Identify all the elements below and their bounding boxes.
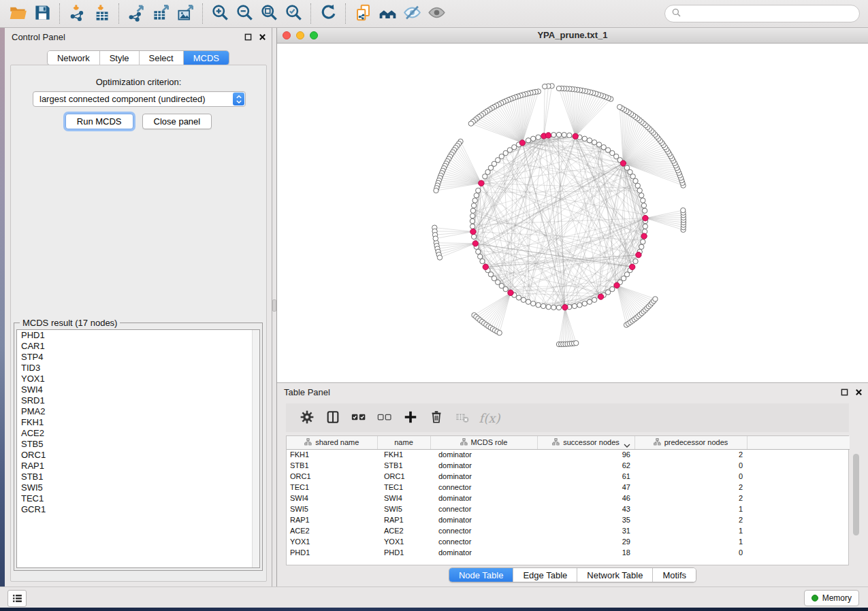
share-document-button[interactable]: [351, 3, 375, 24]
zoom-selected-button[interactable]: [281, 3, 306, 24]
table-cell[interactable]: [747, 536, 850, 547]
dominator-node[interactable]: [562, 305, 568, 310]
column-header-successor-nodes[interactable]: successor nodes: [537, 436, 634, 449]
table-cell[interactable]: connector: [430, 503, 537, 514]
table-cell[interactable]: TEC1: [287, 482, 377, 493]
node[interactable]: [476, 188, 481, 193]
node[interactable]: [635, 183, 640, 188]
table-cell[interactable]: ORC1: [287, 471, 377, 482]
mcds-result-item[interactable]: SRD1: [17, 395, 259, 406]
network-window-titlebar[interactable]: YPA_prune.txt_1: [277, 28, 868, 44]
node[interactable]: [546, 304, 551, 309]
node[interactable]: [478, 254, 483, 259]
node[interactable]: [531, 301, 536, 306]
mcds-result-item[interactable]: RAP1: [17, 461, 259, 472]
table-cell[interactable]: YOX1: [287, 536, 377, 547]
mcds-result-item[interactable]: PMA2: [17, 406, 259, 417]
dominator-node[interactable]: [630, 264, 635, 269]
table-row[interactable]: TEC1TEC1connector472: [287, 482, 850, 493]
table-row[interactable]: FKH1FKH1dominator962: [287, 449, 850, 460]
close-panel-icon[interactable]: [855, 388, 863, 398]
table-cell[interactable]: connector: [430, 536, 537, 547]
mcds-result-item[interactable]: ACE2: [17, 428, 259, 439]
dominator-node[interactable]: [483, 264, 488, 269]
table-row[interactable]: ORC1ORC1dominator610: [287, 471, 850, 482]
mcds-result-item[interactable]: STB1: [17, 472, 259, 482]
node[interactable]: [476, 249, 481, 254]
dominator-node[interactable]: [472, 241, 478, 246]
table-row[interactable]: YOX1YOX1connector291: [287, 536, 850, 547]
column-header-shared-name[interactable]: shared name: [287, 436, 377, 449]
node[interactable]: [483, 174, 487, 179]
node[interactable]: [551, 305, 556, 310]
node[interactable]: [641, 198, 645, 203]
mcds-result-item[interactable]: YOX1: [17, 374, 259, 384]
deselect-all-button[interactable]: [372, 406, 398, 429]
sort-indicator-icon[interactable]: [624, 441, 630, 445]
mcds-result-item[interactable]: TEC1: [17, 493, 259, 504]
node[interactable]: [641, 240, 645, 244]
dominator-node[interactable]: [545, 133, 551, 138]
table-cell[interactable]: 1: [634, 536, 747, 547]
node[interactable]: [556, 86, 561, 90]
table-cell[interactable]: PHD1: [287, 547, 377, 558]
network-canvas[interactable]: [277, 44, 868, 383]
table-row[interactable]: STB1STB1dominator620: [287, 460, 850, 471]
node[interactable]: [474, 193, 479, 198]
zoom-in-button[interactable]: [208, 3, 232, 24]
table-cell[interactable]: FKH1: [377, 449, 430, 460]
table-cell[interactable]: dominator: [430, 460, 537, 471]
table-cell[interactable]: ACE2: [377, 525, 430, 536]
node[interactable]: [497, 331, 502, 335]
node[interactable]: [601, 145, 606, 150]
node[interactable]: [574, 341, 579, 346]
float-panel-icon[interactable]: [244, 33, 252, 43]
mcds-result-item[interactable]: STP4: [17, 352, 259, 363]
node[interactable]: [470, 218, 475, 223]
dominator-node[interactable]: [643, 215, 648, 220]
node[interactable]: [653, 297, 658, 301]
dominator-node[interactable]: [641, 233, 647, 239]
table-cell[interactable]: 1: [634, 503, 747, 514]
import-network-button[interactable]: [65, 3, 89, 24]
mcds-result-item[interactable]: FKH1: [17, 417, 259, 428]
column-header-MCDS-role[interactable]: MCDS role: [430, 436, 537, 449]
node[interactable]: [639, 244, 644, 249]
node[interactable]: [433, 236, 438, 241]
float-panel-icon[interactable]: [841, 388, 848, 398]
minimize-window-traffic-light[interactable]: [296, 31, 304, 39]
node[interactable]: [641, 203, 646, 208]
table-cell[interactable]: 35: [537, 514, 634, 525]
table-cell[interactable]: STB1: [287, 460, 377, 471]
export-network-button[interactable]: [124, 3, 148, 24]
node[interactable]: [526, 299, 530, 304]
column-header-name[interactable]: name: [377, 436, 430, 449]
node[interactable]: [642, 208, 647, 213]
table-cell[interactable]: 2: [634, 514, 747, 525]
table-cell[interactable]: ACE2: [287, 525, 377, 536]
node[interactable]: [617, 105, 622, 110]
tab-mcds[interactable]: MCDS: [184, 51, 229, 65]
table-cell[interactable]: FKH1: [287, 449, 377, 460]
columns-button[interactable]: [320, 406, 346, 429]
dominator-node[interactable]: [636, 252, 641, 257]
table-cell[interactable]: 47: [537, 482, 634, 493]
node[interactable]: [471, 234, 476, 239]
select-all-button[interactable]: [346, 406, 372, 429]
dominator-node[interactable]: [470, 229, 476, 234]
gear-button[interactable]: [294, 406, 320, 429]
node[interactable]: [531, 136, 536, 141]
tab-style[interactable]: Style: [100, 51, 140, 65]
mcds-result-item[interactable]: ORC1: [17, 450, 259, 461]
hide-details-button[interactable]: [400, 3, 424, 24]
node[interactable]: [434, 188, 438, 193]
table-tab-edge-table[interactable]: Edge Table: [513, 568, 577, 582]
node[interactable]: [624, 165, 629, 170]
table-cell[interactable]: [747, 525, 850, 536]
trash-button[interactable]: [423, 406, 449, 429]
node[interactable]: [639, 193, 644, 198]
table-scrollbar-thumb[interactable]: [853, 454, 859, 535]
node[interactable]: [503, 286, 508, 291]
table-cell[interactable]: 46: [537, 493, 634, 503]
mcds-result-item[interactable]: GCR1: [17, 504, 259, 515]
